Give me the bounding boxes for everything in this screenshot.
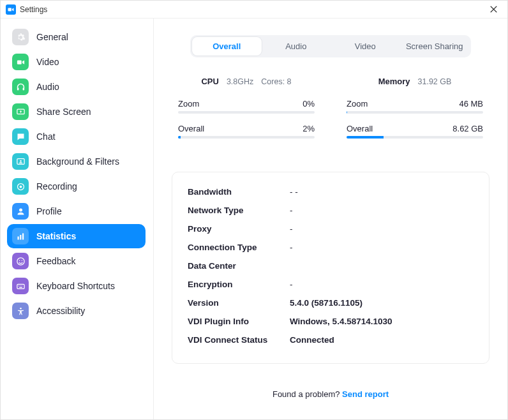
headphones-icon: [12, 79, 29, 95]
share-screen-icon: [12, 103, 29, 120]
memory-title: Memory: [378, 77, 410, 86]
memory-column: Memory 31.92 GB Zoom46 MBOverall8.62 GB: [347, 77, 483, 139]
svg-rect-20: [19, 287, 22, 287]
memory-row-value: 46 MB: [459, 99, 483, 109]
sidebar-item-recording[interactable]: Recording: [7, 174, 146, 199]
cpu-row-label: Overall: [178, 124, 204, 133]
svg-rect-16: [17, 284, 24, 289]
sidebar-item-label: Share Screen: [36, 107, 91, 117]
svg-point-6: [20, 160, 22, 162]
info-row: Connection Type-: [188, 238, 474, 257]
footer-text: Found a problem?: [273, 389, 342, 399]
sidebar-item-audio[interactable]: Audio: [7, 75, 146, 99]
cpu-row: Overall2%: [178, 123, 315, 139]
memory-row-bar: [347, 111, 483, 114]
svg-point-19: [21, 285, 22, 286]
svg-point-9: [19, 208, 22, 211]
sidebar-item-label: Audio: [36, 82, 59, 92]
statistics-panel: OverallAudioVideoScreen Sharing CPU 3.8G…: [154, 19, 507, 419]
sidebar-item-statistics[interactable]: Statistics: [7, 224, 146, 248]
cpu-row-bar: [178, 136, 315, 139]
feedback-icon: [12, 253, 29, 269]
svg-point-17: [18, 285, 19, 286]
info-value: 5.4.0 (58716.1105): [290, 298, 362, 308]
sidebar-item-label: Chat: [36, 131, 56, 142]
stats-tabbar: OverallAudioVideoScreen Sharing: [190, 35, 471, 57]
info-value: -: [290, 206, 293, 215]
statistics-icon: [12, 228, 29, 244]
info-key: Connection Type: [188, 243, 290, 252]
settings-window: Settings GeneralVideoAudioShare ScreenCh…: [0, 0, 508, 420]
info-value: Connected: [290, 335, 334, 345]
cpu-column: CPU 3.8GHz Cores: 8 Zoom0%Overall2%: [178, 77, 315, 139]
gear-icon: [12, 29, 29, 45]
connection-info-card: Bandwidth- -Network Type-Proxy-Connectio…: [172, 172, 489, 364]
sidebar-item-label: Video: [36, 57, 59, 67]
cpu-row-bar: [178, 111, 315, 114]
chat-icon: [12, 128, 29, 145]
sidebar-item-video[interactable]: Video: [7, 50, 146, 74]
sidebar-item-background[interactable]: Background & Filters: [7, 149, 146, 174]
sidebar-item-profile[interactable]: Profile: [7, 199, 146, 223]
sidebar-item-label: Background & Filters: [36, 156, 119, 167]
memory-total: 31.92 GB: [418, 77, 452, 86]
cpu-cores: Cores: 8: [261, 77, 291, 86]
tab-audio[interactable]: Audio: [262, 37, 331, 56]
svg-point-13: [17, 257, 24, 264]
svg-rect-3: [22, 87, 24, 90]
cpu-row-value: 0%: [303, 99, 315, 109]
sidebar-item-shortcuts[interactable]: Keyboard Shortcuts: [7, 274, 146, 298]
sidebar-item-chat[interactable]: Chat: [7, 124, 146, 149]
memory-row-label: Zoom: [347, 99, 368, 109]
info-key: Bandwidth: [188, 187, 290, 197]
cpu-title: CPU: [201, 77, 218, 86]
info-row: Network Type-: [188, 201, 474, 220]
tab-overall[interactable]: Overall: [192, 37, 262, 56]
svg-rect-12: [22, 233, 24, 239]
recording-icon: [12, 178, 29, 195]
info-key: Network Type: [188, 206, 290, 215]
sidebar-item-share-screen[interactable]: Share Screen: [7, 100, 146, 124]
sidebar-item-label: Statistics: [36, 231, 76, 241]
memory-row: Zoom46 MB: [347, 98, 483, 114]
profile-icon: [12, 203, 29, 220]
svg-rect-1: [17, 60, 21, 64]
info-key: VDI Connect Status: [188, 335, 290, 345]
memory-row-label: Overall: [347, 124, 373, 133]
cpu-row-label: Zoom: [178, 99, 199, 109]
info-value: -: [290, 243, 293, 252]
sidebar-item-accessibility[interactable]: Accessibility: [7, 299, 146, 323]
metrics-summary: CPU 3.8GHz Cores: 8 Zoom0%Overall2% Memo…: [172, 77, 489, 139]
svg-rect-2: [17, 87, 19, 90]
info-key: Proxy: [188, 224, 290, 234]
window-title: Settings: [20, 5, 47, 14]
svg-rect-10: [17, 236, 19, 239]
info-key: Version: [188, 298, 290, 308]
info-value: -: [290, 224, 293, 234]
info-value: -: [290, 280, 293, 289]
info-row: Version5.4.0 (58716.1105): [188, 294, 474, 312]
info-key: VDI Plugin Info: [188, 317, 290, 326]
sidebar-item-label: General: [36, 32, 68, 42]
footer: Found a problem? Send report: [172, 368, 489, 413]
info-row: Encryption-: [188, 275, 474, 294]
sidebar-item-label: Accessibility: [36, 306, 85, 316]
svg-rect-11: [20, 235, 21, 240]
info-value: - -: [290, 187, 298, 197]
sidebar: GeneralVideoAudioShare ScreenChatBackgro…: [1, 19, 154, 419]
cpu-freq: 3.8GHz: [227, 77, 253, 86]
svg-point-8: [19, 185, 22, 188]
sidebar-item-feedback[interactable]: Feedback: [7, 249, 146, 273]
tab-video[interactable]: Video: [331, 37, 400, 56]
info-key: Data Center: [188, 261, 290, 271]
sidebar-item-general[interactable]: General: [7, 25, 146, 49]
send-report-link[interactable]: Send report: [342, 389, 389, 399]
svg-point-21: [20, 307, 22, 309]
tab-screen-sharing[interactable]: Screen Sharing: [400, 37, 470, 56]
close-button[interactable]: [484, 2, 502, 17]
zoom-app-icon: [6, 4, 16, 15]
cpu-row-value: 2%: [303, 124, 315, 133]
accessibility-icon: [12, 303, 29, 319]
sidebar-item-label: Keyboard Shortcuts: [36, 281, 115, 291]
sidebar-item-label: Profile: [36, 206, 62, 216]
